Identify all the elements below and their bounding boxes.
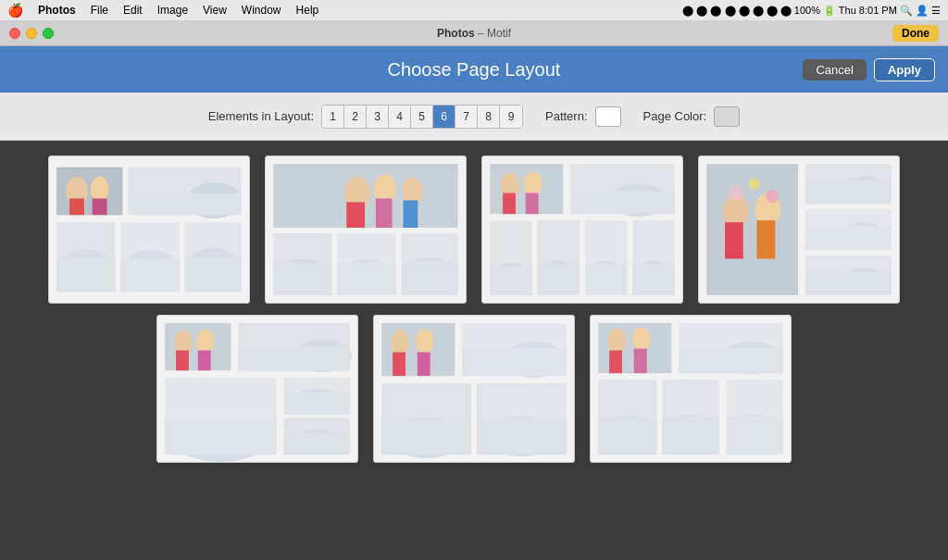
menu-window[interactable]: Window [242, 4, 281, 17]
number-selector[interactable]: 1 2 3 4 5 6 7 8 9 [321, 105, 523, 129]
svg-rect-20 [346, 202, 365, 228]
layout-grid [0, 141, 948, 560]
svg-rect-8 [128, 193, 241, 216]
num-btn-6[interactable]: 6 [433, 106, 455, 128]
menu-file[interactable]: File [91, 4, 108, 17]
svg-point-105 [632, 328, 651, 352]
num-btn-3[interactable]: 3 [367, 106, 389, 128]
svg-rect-38 [526, 193, 539, 215]
svg-rect-109 [679, 349, 783, 374]
svg-rect-30 [337, 263, 395, 296]
svg-rect-90 [393, 353, 405, 377]
svg-rect-47 [538, 265, 580, 296]
svg-rect-27 [273, 263, 331, 296]
svg-point-4 [91, 177, 109, 203]
pattern-group: Pattern: [545, 106, 621, 127]
layout-card-3[interactable] [481, 156, 683, 304]
svg-rect-22 [376, 198, 393, 228]
svg-rect-33 [402, 261, 458, 296]
svg-point-74 [196, 330, 215, 354]
num-btn-4[interactable]: 4 [389, 106, 411, 128]
pattern-label: Pattern: [545, 109, 588, 123]
layout-row-1 [19, 156, 929, 304]
app-name[interactable]: Photos [38, 4, 76, 17]
elements-label: Elements in Layout: [208, 109, 314, 123]
num-btn-1[interactable]: 1 [322, 106, 344, 128]
svg-point-61 [766, 191, 779, 204]
svg-point-89 [391, 330, 409, 356]
pattern-swatch[interactable] [595, 106, 621, 127]
num-btn-5[interactable]: 5 [411, 106, 433, 128]
cancel-button[interactable]: Cancel [803, 59, 866, 81]
svg-rect-67 [805, 226, 892, 250]
svg-rect-3 [69, 198, 84, 215]
svg-rect-112 [598, 418, 656, 455]
page-title: Choose Page Layout [388, 59, 561, 81]
svg-point-103 [607, 329, 626, 355]
header-actions: Cancel Apply [803, 58, 935, 81]
layout-card-1[interactable] [48, 156, 250, 304]
svg-rect-73 [176, 351, 189, 371]
svg-rect-104 [609, 351, 622, 374]
menubar: 🍎 Photos File Edit Image View Window Hel… [0, 0, 948, 20]
svg-rect-78 [238, 347, 349, 371]
svg-rect-41 [570, 192, 675, 215]
svg-rect-101 [477, 418, 567, 455]
page-color-label: Page Color: [643, 109, 707, 123]
layout-card-2[interactable] [265, 156, 467, 304]
svg-rect-24 [403, 200, 418, 228]
svg-rect-87 [284, 432, 350, 454]
svg-rect-106 [634, 349, 647, 374]
svg-rect-98 [381, 420, 471, 455]
num-btn-2[interactable]: 2 [344, 106, 367, 128]
svg-rect-75 [198, 351, 211, 371]
svg-rect-14 [120, 259, 179, 292]
menu-view[interactable]: View [203, 4, 227, 17]
svg-point-59 [729, 186, 743, 201]
svg-rect-95 [462, 349, 567, 377]
window-title: Photos – Motif [437, 27, 511, 40]
num-btn-7[interactable]: 7 [455, 106, 478, 128]
layout-card-7[interactable] [590, 315, 792, 463]
svg-rect-53 [632, 265, 674, 296]
minimize-button[interactable] [26, 28, 37, 39]
svg-rect-64 [805, 180, 892, 205]
layout-card-4[interactable] [698, 156, 900, 304]
svg-rect-11 [56, 257, 115, 292]
apple-menu[interactable]: 🍎 [7, 3, 23, 18]
menu-help[interactable]: Help [296, 4, 319, 17]
page-color-group: Page Color: [643, 106, 741, 127]
svg-rect-50 [585, 265, 627, 296]
num-btn-9[interactable]: 9 [500, 106, 522, 128]
page-color-swatch[interactable] [714, 106, 740, 127]
svg-rect-36 [503, 193, 516, 215]
menu-edit[interactable]: Edit [123, 4, 143, 17]
controls-bar: Elements in Layout: 1 2 3 4 5 6 7 8 9 Pa… [0, 93, 948, 141]
svg-rect-115 [662, 417, 718, 454]
layout-card-5[interactable] [156, 315, 358, 463]
svg-rect-92 [418, 353, 430, 377]
menubar-right: ⬤ ⬤ ⬤ ⬤ ⬤ ⬤ ⬤ ⬤ 100% 🔋 Thu 8:01 PM 🔍 👤 ☰ [682, 5, 941, 17]
titlebar: Photos – Motif Done [0, 20, 948, 46]
svg-rect-17 [185, 257, 242, 292]
window-controls[interactable] [9, 28, 54, 39]
num-btn-8[interactable]: 8 [478, 106, 500, 128]
close-button[interactable] [9, 28, 20, 39]
layout-card-6[interactable] [373, 315, 575, 463]
svg-rect-81 [165, 418, 276, 455]
layout-row-2 [19, 315, 929, 463]
apply-button[interactable]: Apply [874, 58, 935, 81]
svg-rect-118 [727, 417, 783, 454]
subtitle: Motif [487, 27, 511, 40]
menu-image[interactable]: Image [157, 4, 188, 17]
svg-rect-5 [93, 198, 107, 215]
elements-group: Elements in Layout: 1 2 3 4 5 6 7 8 9 [208, 105, 523, 129]
svg-rect-56 [725, 222, 743, 259]
system-icons: ⬤ ⬤ ⬤ ⬤ ⬤ ⬤ ⬤ ⬤ 100% 🔋 Thu 8:01 PM 🔍 👤 ☰ [682, 5, 941, 17]
svg-rect-84 [284, 392, 350, 415]
svg-rect-58 [757, 220, 776, 258]
svg-rect-70 [805, 271, 892, 295]
maximize-button[interactable] [43, 28, 54, 39]
done-button[interactable]: Done [892, 25, 939, 42]
svg-point-37 [524, 172, 543, 196]
